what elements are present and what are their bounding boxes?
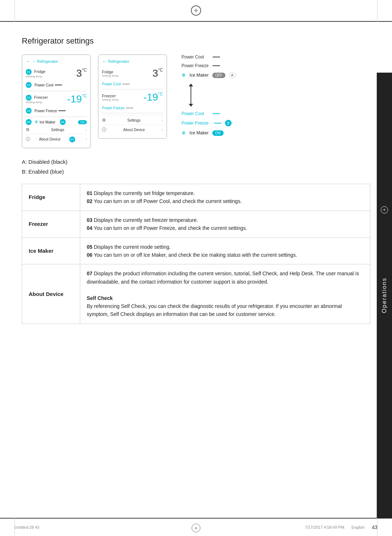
screen2-power-cool-label: Power Cool [102, 82, 121, 86]
screen2-power-freeze-dash [126, 108, 133, 109]
screen1-fridge-label-group: 01 Fridge Setting temp. [26, 69, 45, 78]
screen2-fridge-label: Fridge [102, 70, 119, 74]
screen1-num05-badge: 05 [26, 119, 32, 125]
screen2-power-cool-row: Power Cool [102, 82, 163, 86]
table-row-fridge: Fridge 01 Displays the currently set fri… [22, 184, 370, 211]
screen2-freezer-row: Freezer Setting temp. -19 °C [102, 92, 163, 103]
ice-maker-num06: 06 [87, 252, 93, 258]
screen2-about-label: About Device [123, 128, 145, 132]
file-info: Untitled-28 43 [15, 525, 40, 529]
screen2-about-row: ⓘ About Device › [102, 125, 163, 135]
a-label: A: Disabled (black) [22, 157, 370, 167]
screen2-about-chevron-icon: › [162, 128, 163, 132]
table-cell-fridge-desc: 01 Displays the currently set fridge tem… [80, 184, 370, 211]
screen1: ← ← Refrigerator 01 Fridge Setting temp.… [22, 54, 91, 148]
table-cell-about-category: About Device [22, 264, 80, 324]
screen2-fridge-row: Fridge Setting temp. 3 °C [102, 68, 163, 79]
screen1-settings-chevron-icon: › [86, 128, 87, 132]
operations-sidebar: ✛ Operations [377, 73, 392, 518]
about-self-check-desc: By referencing Self Check, you can check… [87, 303, 342, 317]
screen1-ice-maker-on-badge: ON [78, 120, 87, 124]
screen1-freezer-row: 03 Freezer Setting temp. -19 °C [26, 93, 87, 105]
screen2-freezer-label: Freezer [102, 94, 119, 98]
ice-maker-desc2: You can turn on or off Ice Maker, and ch… [94, 252, 297, 258]
screen1-settings-row: ⚙ Settings › [26, 125, 87, 134]
screen2-freezer-label-group: Freezer Setting temp. [102, 94, 119, 101]
arrow-line [191, 86, 191, 104]
diagram-off-badge: OFF [212, 73, 225, 78]
diagram-power-cool-enabled-dash [213, 113, 220, 114]
diagram-power-cool-active-text: Power Cool [181, 111, 211, 116]
table-row-ice-maker: Ice Maker 05 Displays the current mode s… [22, 237, 370, 264]
fridge-desc2: You can turn on or off Power Cool, and c… [94, 198, 242, 204]
top-bar: ✛ [0, 0, 392, 22]
screen1-power-cool-dash [55, 85, 62, 85]
screen2-fridge-sublabel: Setting temp. [102, 74, 119, 77]
screen1-fridge-temp: 3 [76, 68, 82, 79]
screen2-settings-icon: ⚙ [102, 118, 106, 123]
screen1-about-label: About Device [39, 137, 60, 141]
diagram-on-badge: ON [212, 130, 224, 136]
table-cell-freezer-category: Freezer [22, 211, 80, 237]
freezer-num04: 04 [87, 225, 93, 231]
table-cell-about-desc: 07 Displays the product information incl… [80, 264, 370, 324]
screen1-divider1 [26, 91, 87, 91]
screen2: ← Refrigerator Fridge Setting temp. 3 °C… [98, 54, 167, 139]
about-category-label: About Device [29, 291, 64, 297]
about-self-check-title: Self Check [87, 295, 113, 301]
about-desc1: Displays the product information includi… [87, 271, 359, 284]
fridge-desc1: Displays the currently set fridge temper… [94, 190, 195, 196]
screen1-freezer-label: Freezer [34, 95, 48, 100]
screen1-freezer-unit: °C [82, 93, 87, 98]
table-cell-freezer-desc: 03 Displays the currently set freezer te… [80, 211, 370, 237]
screen2-freezer-temp: -19 [143, 92, 158, 103]
ice-maker-category-label: Ice Maker [29, 248, 53, 254]
arrow-down-icon [189, 104, 193, 107]
top-line-right [377, 0, 377, 22]
table-cell-fridge-category: Fridge [22, 184, 80, 211]
diagram-power-cool-disabled: Power Cool [181, 54, 220, 60]
fridge-num01: 01 [87, 190, 93, 196]
screen2-fridge-label-group: Fridge Setting temp. [102, 70, 119, 77]
screenshots-row: ← ← Refrigerator 01 Fridge Setting temp.… [22, 54, 370, 148]
freezer-desc1: Displays the currently set freezer tempe… [94, 217, 198, 223]
diagram-ice-icon-2: ❄ [181, 130, 186, 136]
table-row-about-device: About Device 07 Displays the product inf… [22, 264, 370, 324]
freezer-desc2: You can turn on or off Power Freeze, and… [94, 225, 247, 231]
screen1-num07-badge: 07 [69, 137, 75, 142]
bottom-compass-icon: ✛ [192, 524, 200, 532]
screen1-power-freeze-dash [58, 110, 66, 111]
table-cell-ice-maker-category: Ice Maker [22, 237, 80, 264]
section-title: Refrigerator settings [22, 36, 370, 46]
screen1-freezer-temp: -19 [67, 93, 82, 105]
top-compass-icon: ✛ [191, 5, 201, 16]
diagram-power-cool-enabled: Power Cool [181, 111, 220, 116]
screen1-power-cool-label: Power Cool [34, 83, 53, 87]
page-number: 43 [372, 524, 377, 530]
screen1-num04-badge: 04 [26, 108, 32, 114]
screen2-settings-chevron-icon: › [162, 118, 163, 122]
top-line-left [15, 0, 15, 22]
screen1-power-freeze-label: Power Freeze [34, 109, 57, 113]
diagram-ice-maker-off-row: ❄ Ice Maker OFF A [181, 72, 236, 78]
screen2-divider1 [102, 89, 163, 89]
screen1-freezer-label-group: 03 Freezer Setting temp. [26, 95, 48, 104]
info-table: Fridge 01 Displays the currently set fri… [22, 184, 370, 324]
diagram-power-freeze-disabled-dash [213, 65, 220, 66]
screen1-fridge-unit: °C [82, 68, 87, 73]
screen2-divider2 [102, 113, 163, 113]
screen2-settings-label: Settings [127, 118, 140, 122]
ab-labels: A: Disabled (black) B: Enabled (blue) [22, 157, 370, 176]
screen1-divider2 [26, 117, 87, 117]
fridge-num02: 02 [87, 198, 93, 204]
diagram-ice-maker-on-row: ❄ Ice Maker ON [181, 130, 224, 136]
screen1-about-chevron-icon: › [86, 137, 87, 141]
diagram-arrow-vertical [189, 84, 193, 107]
screen1-freezer-sublabel: Setting temp. [26, 101, 48, 104]
diagram-ice-maker-label-2: Ice Maker [189, 130, 209, 135]
screen1-num02-badge: 02 [26, 82, 32, 88]
screen2-freezer-unit: °C [158, 92, 163, 97]
bottom-right-info: 7/17/2017 4:58:49 PM English 43 [305, 524, 377, 530]
diagram-power-freeze-enabled-dash [214, 123, 221, 123]
screen1-fridge-row: 01 Fridge Setting temp. 3 °C [26, 68, 87, 79]
